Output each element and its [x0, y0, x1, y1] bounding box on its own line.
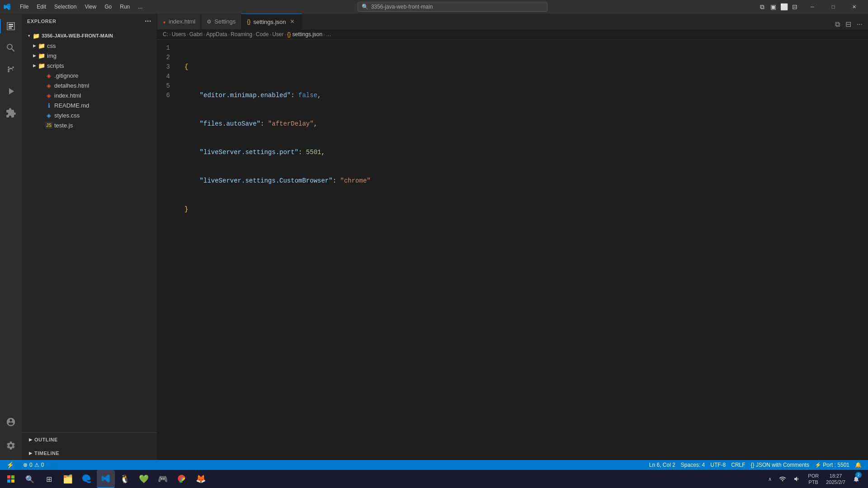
tree-item-gitignore[interactable]: ▶ ◈ .gitignore [22, 70, 157, 80]
warning-icon: ⚠ [34, 462, 39, 468]
tree-item-readme[interactable]: ▶ ℹ README.md [22, 100, 157, 110]
tree-item-detalhes[interactable]: ▶ ◈ detalhes.html [22, 80, 157, 90]
taskbar-notification-btn[interactable]: 2 [850, 470, 863, 488]
taskbar-language[interactable]: POR PTB [805, 470, 821, 488]
code-line-6: } [184, 205, 868, 214]
layout-icon-2[interactable]: ▣ [769, 3, 777, 10]
vscode-logo [4, 3, 11, 10]
status-encoding[interactable]: UTF-8 [708, 460, 728, 470]
img-chevron: ▶ [31, 52, 38, 59]
status-eol[interactable]: CRLF [728, 460, 748, 470]
taskbar-app-q[interactable]: 🐧 [116, 470, 134, 488]
tree-item-testejs[interactable]: ▶ JS teste.js [22, 120, 157, 130]
breadcrumb-user[interactable]: User [272, 31, 283, 38]
status-spaces[interactable]: Spaces: 4 [678, 460, 708, 470]
breadcrumb-settings-json[interactable]: {} settings.json [287, 31, 322, 38]
status-language[interactable]: {} JSON with Comments [748, 460, 812, 470]
status-left: ⚡ ⊗ 0 ⚠ 0 [4, 460, 47, 470]
outline-header[interactable]: ▶ OUTLINE [22, 435, 157, 445]
breadcrumb-c[interactable]: C: [163, 31, 168, 38]
activity-source-control[interactable] [0, 59, 22, 80]
maximize-button[interactable]: □ [823, 0, 844, 14]
taskbar-app-green[interactable]: 💚 [135, 470, 153, 488]
breadcrumb-ellipsis[interactable]: … [326, 31, 331, 38]
taskbar-edge[interactable] [78, 470, 96, 488]
more-actions-icon[interactable]: ··· [855, 19, 864, 29]
taskbar-chevron[interactable]: ∧ [765, 470, 774, 488]
menu-more[interactable]: ... [134, 3, 146, 11]
line-numbers: 1 2 3 4 5 6 [157, 43, 175, 456]
tab-settings[interactable]: ⚙ Settings [201, 14, 241, 29]
activity-search[interactable] [0, 37, 22, 59]
styles-label: styles.css [54, 112, 80, 119]
activity-run-debug[interactable] [0, 80, 22, 102]
status-port[interactable]: ⚡ Port : 5501 [812, 460, 852, 470]
status-right: Ln 6, Col 2 Spaces: 4 UTF-8 CRLF {} JSON… [646, 460, 864, 470]
editor-layout-icon[interactable]: ⊟ [844, 19, 853, 29]
breadcrumb-code[interactable]: Code [256, 31, 269, 38]
breadcrumb-users[interactable]: Users [172, 31, 186, 38]
sidebar-header: EXPLORER ··· [22, 14, 157, 29]
activity-account[interactable] [0, 411, 22, 433]
code-editor[interactable]: 1 2 3 4 5 6 { "editor.minimap.enabled": … [157, 40, 868, 460]
taskbar-sys: ∧ POR PTB 18:27 2025/2/7 [765, 470, 866, 488]
status-position[interactable]: Ln 6, Col 2 [646, 460, 678, 470]
tree-root[interactable]: ▾ 📁 3356-JAVA-WEB-FRONT-MAIN [22, 31, 157, 41]
activity-explorer[interactable] [0, 15, 22, 37]
tree-item-styles[interactable]: ▶ ◈ styles.css [22, 110, 157, 120]
testejs-icon: JS [45, 122, 52, 129]
search-box[interactable]: 🔍 3356-java-web-front-main [358, 2, 547, 12]
minimize-button[interactable]: ─ [802, 0, 823, 14]
index-label: index.html [54, 92, 81, 99]
status-notification[interactable]: 🔔 [852, 460, 864, 470]
taskbar-clock[interactable]: 18:27 2025/2/7 [823, 470, 848, 488]
line-num-5: 5 [157, 81, 170, 91]
start-button[interactable] [2, 470, 20, 488]
split-editor-icon[interactable]: ⧉ [833, 19, 842, 29]
sidebar-more-icon[interactable]: ··· [145, 17, 151, 25]
activity-extensions[interactable] [0, 102, 22, 124]
img-folder-icon: 📁 [38, 52, 45, 59]
activity-settings[interactable] [0, 435, 22, 456]
code-content: { "editor.minimap.enabled": false, "file… [175, 43, 868, 456]
timeline-header[interactable]: ▶ TIMELINE [22, 448, 157, 458]
tab-settings-json-close[interactable]: × [289, 18, 296, 25]
position-text: Ln 6, Col 2 [649, 462, 675, 468]
tree-item-img[interactable]: ▶ 📁 img [22, 51, 157, 61]
layout-icon-1[interactable]: ⧉ [759, 3, 766, 10]
tree-item-scripts[interactable]: ▶ 📁 scripts [22, 61, 157, 70]
menu-run[interactable]: Run [116, 3, 133, 11]
taskbar-app-r[interactable]: 🎮 [154, 470, 172, 488]
menu-view[interactable]: View [81, 3, 100, 11]
taskbar-files[interactable]: 🗂️ [59, 470, 77, 488]
menu-go[interactable]: Go [101, 3, 115, 11]
taskbar-vscode[interactable] [97, 470, 115, 488]
root-label: 3356-JAVA-WEB-FRONT-MAIN [42, 33, 113, 38]
breadcrumb-roaming[interactable]: Roaming [231, 31, 252, 38]
menu-file[interactable]: File [16, 3, 32, 11]
menu-selection[interactable]: Selection [51, 3, 80, 11]
taskbar-network[interactable] [776, 470, 789, 488]
title-bar-actions: ⧉ ▣ ⬜ ⊟ [759, 3, 798, 10]
detalhes-icon: ◈ [45, 82, 52, 89]
taskbar-firefox[interactable]: 🦊 [192, 470, 210, 488]
tab-index-html[interactable]: ⬥ index.html [157, 14, 201, 29]
taskbar-widgets[interactable]: ⊞ [40, 470, 58, 488]
notification-icon: 🔔 [855, 462, 862, 468]
status-errors[interactable]: ⊗ 0 ⚠ 0 [20, 460, 47, 470]
error-icon: ⊗ [23, 462, 28, 468]
taskbar-chrome[interactable] [173, 470, 191, 488]
taskbar-volume[interactable] [791, 470, 803, 488]
layout-icon-3[interactable]: ⬜ [780, 3, 788, 10]
breadcrumb-gabri[interactable]: Gabri [189, 31, 203, 38]
tab-settings-json[interactable]: {} settings.json × [241, 14, 302, 29]
breadcrumb-appdata[interactable]: AppData [206, 31, 227, 38]
tree-item-css[interactable]: ▶ 📁 css [22, 41, 157, 51]
notification-count: 2 [855, 472, 862, 478]
layout-icon-4[interactable]: ⊟ [791, 3, 798, 10]
status-remote[interactable]: ⚡ [4, 460, 17, 470]
close-button[interactable]: ✕ [844, 0, 864, 14]
menu-edit[interactable]: Edit [33, 3, 50, 11]
taskbar-search[interactable]: 🔍 [21, 470, 39, 488]
tree-item-index[interactable]: ▶ ◈ index.html [22, 90, 157, 100]
